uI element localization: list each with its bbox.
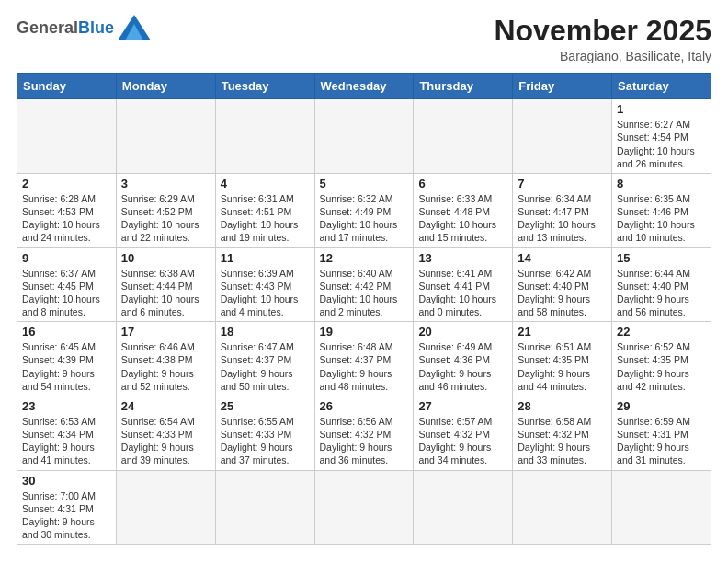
header-day-saturday: Saturday — [612, 74, 711, 99]
day-number: 8 — [617, 177, 706, 190]
day-cell: 14Sunrise: 6:42 AM Sunset: 4:40 PM Dayli… — [513, 247, 612, 322]
day-cell: 10Sunrise: 6:38 AM Sunset: 4:44 PM Dayli… — [116, 247, 215, 322]
day-cell — [513, 99, 612, 174]
day-cell: 3Sunrise: 6:29 AM Sunset: 4:52 PM Daylig… — [116, 173, 215, 247]
day-info: Sunrise: 7:00 AM Sunset: 4:31 PM Dayligh… — [22, 489, 111, 542]
day-info: Sunrise: 6:45 AM Sunset: 4:39 PM Dayligh… — [22, 340, 111, 393]
header-day-monday: Monday — [116, 74, 215, 99]
header-day-thursday: Thursday — [414, 74, 513, 99]
day-info: Sunrise: 6:39 AM Sunset: 4:43 PM Dayligh… — [221, 267, 310, 319]
day-info: Sunrise: 6:49 AM Sunset: 4:36 PM Dayligh… — [418, 340, 507, 393]
day-info: Sunrise: 6:47 AM Sunset: 4:37 PM Dayligh… — [221, 340, 310, 393]
day-number: 1 — [617, 102, 706, 116]
title-area: November 2025 Baragiano, Basilicate, Ita… — [494, 15, 711, 63]
logo-text: GeneralBlue — [17, 19, 114, 36]
day-number: 9 — [22, 251, 111, 265]
day-info: Sunrise: 6:31 AM Sunset: 4:51 PM Dayligh… — [221, 192, 310, 245]
day-cell — [414, 470, 513, 545]
day-cell: 19Sunrise: 6:48 AM Sunset: 4:37 PM Dayli… — [314, 322, 414, 396]
day-info: Sunrise: 6:37 AM Sunset: 4:45 PM Dayligh… — [22, 267, 111, 319]
day-number: 15 — [617, 251, 706, 265]
week-row-2: 2Sunrise: 6:28 AM Sunset: 4:53 PM Daylig… — [17, 173, 711, 247]
day-number: 10 — [121, 251, 210, 265]
day-cell — [612, 470, 711, 545]
month-title: November 2025 — [494, 15, 711, 47]
day-cell: 2Sunrise: 6:28 AM Sunset: 4:53 PM Daylig… — [17, 173, 117, 247]
day-cell: 1Sunrise: 6:27 AM Sunset: 4:54 PM Daylig… — [612, 99, 711, 174]
location-title: Baragiano, Basilicate, Italy — [494, 49, 711, 63]
day-cell: 7Sunrise: 6:34 AM Sunset: 4:47 PM Daylig… — [513, 173, 612, 247]
header-row: SundayMondayTuesdayWednesdayThursdayFrid… — [17, 74, 711, 99]
day-cell: 4Sunrise: 6:31 AM Sunset: 4:51 PM Daylig… — [215, 173, 314, 247]
day-info: Sunrise: 6:58 AM Sunset: 4:32 PM Dayligh… — [518, 415, 607, 467]
logo-blue: Blue — [78, 18, 114, 37]
day-number: 30 — [22, 474, 111, 488]
header-day-friday: Friday — [513, 74, 612, 99]
day-info: Sunrise: 6:56 AM Sunset: 4:32 PM Dayligh… — [320, 415, 409, 467]
day-number: 21 — [518, 325, 607, 339]
day-cell: 9Sunrise: 6:37 AM Sunset: 4:45 PM Daylig… — [17, 247, 117, 322]
day-cell: 25Sunrise: 6:55 AM Sunset: 4:33 PM Dayli… — [215, 396, 314, 470]
day-number: 27 — [418, 399, 507, 413]
day-cell: 5Sunrise: 6:32 AM Sunset: 4:49 PM Daylig… — [314, 173, 414, 247]
day-number: 7 — [518, 177, 607, 190]
day-info: Sunrise: 6:40 AM Sunset: 4:42 PM Dayligh… — [320, 267, 409, 319]
header-day-wednesday: Wednesday — [314, 74, 414, 99]
day-cell — [215, 99, 314, 174]
day-info: Sunrise: 6:34 AM Sunset: 4:47 PM Dayligh… — [518, 192, 607, 245]
day-info: Sunrise: 6:42 AM Sunset: 4:40 PM Dayligh… — [518, 267, 607, 319]
day-cell: 13Sunrise: 6:41 AM Sunset: 4:41 PM Dayli… — [414, 247, 513, 322]
week-row-5: 23Sunrise: 6:53 AM Sunset: 4:34 PM Dayli… — [17, 396, 711, 470]
day-number: 5 — [320, 177, 409, 190]
calendar-table: SundayMondayTuesdayWednesdayThursdayFrid… — [17, 73, 711, 545]
day-info: Sunrise: 6:46 AM Sunset: 4:38 PM Dayligh… — [121, 340, 210, 393]
day-cell: 17Sunrise: 6:46 AM Sunset: 4:38 PM Dayli… — [116, 322, 215, 396]
logo-icon — [118, 15, 151, 40]
day-cell — [17, 99, 117, 174]
day-info: Sunrise: 6:55 AM Sunset: 4:33 PM Dayligh… — [221, 415, 310, 467]
day-info: Sunrise: 6:27 AM Sunset: 4:54 PM Dayligh… — [617, 118, 706, 170]
day-number: 20 — [418, 325, 507, 339]
page: GeneralBlue November 2025 Baragiano, Bas… — [0, 0, 728, 559]
day-info: Sunrise: 6:59 AM Sunset: 4:31 PM Dayligh… — [617, 415, 706, 467]
day-cell: 28Sunrise: 6:58 AM Sunset: 4:32 PM Dayli… — [513, 396, 612, 470]
day-number: 19 — [320, 325, 409, 339]
day-number: 11 — [221, 251, 310, 265]
day-cell: 15Sunrise: 6:44 AM Sunset: 4:40 PM Dayli… — [612, 247, 711, 322]
day-number: 24 — [121, 399, 210, 413]
day-cell — [314, 99, 414, 174]
day-cell — [513, 470, 612, 545]
header-day-sunday: Sunday — [17, 74, 117, 99]
day-info: Sunrise: 6:44 AM Sunset: 4:40 PM Dayligh… — [617, 267, 706, 319]
day-info: Sunrise: 6:28 AM Sunset: 4:53 PM Dayligh… — [22, 192, 111, 245]
day-number: 17 — [121, 325, 210, 339]
day-info: Sunrise: 6:54 AM Sunset: 4:33 PM Dayligh… — [121, 415, 210, 467]
week-row-4: 16Sunrise: 6:45 AM Sunset: 4:39 PM Dayli… — [17, 322, 711, 396]
day-number: 25 — [221, 399, 310, 413]
day-number: 13 — [418, 251, 507, 265]
day-number: 14 — [518, 251, 607, 265]
day-cell — [116, 470, 215, 545]
day-cell: 30Sunrise: 7:00 AM Sunset: 4:31 PM Dayli… — [17, 470, 117, 545]
day-number: 23 — [22, 399, 111, 413]
day-info: Sunrise: 6:41 AM Sunset: 4:41 PM Dayligh… — [418, 267, 507, 319]
day-number: 22 — [617, 325, 706, 339]
day-number: 2 — [22, 177, 111, 190]
week-row-1: 1Sunrise: 6:27 AM Sunset: 4:54 PM Daylig… — [17, 99, 711, 174]
logo: GeneralBlue — [17, 15, 151, 40]
day-number: 16 — [22, 325, 111, 339]
day-cell — [116, 99, 215, 174]
day-info: Sunrise: 6:35 AM Sunset: 4:46 PM Dayligh… — [617, 192, 706, 245]
day-cell: 8Sunrise: 6:35 AM Sunset: 4:46 PM Daylig… — [612, 173, 711, 247]
day-number: 18 — [221, 325, 310, 339]
day-cell: 26Sunrise: 6:56 AM Sunset: 4:32 PM Dayli… — [314, 396, 414, 470]
day-cell: 29Sunrise: 6:59 AM Sunset: 4:31 PM Dayli… — [612, 396, 711, 470]
day-cell: 11Sunrise: 6:39 AM Sunset: 4:43 PM Dayli… — [215, 247, 314, 322]
day-cell: 18Sunrise: 6:47 AM Sunset: 4:37 PM Dayli… — [215, 322, 314, 396]
day-cell: 21Sunrise: 6:51 AM Sunset: 4:35 PM Dayli… — [513, 322, 612, 396]
day-info: Sunrise: 6:38 AM Sunset: 4:44 PM Dayligh… — [121, 267, 210, 319]
day-info: Sunrise: 6:29 AM Sunset: 4:52 PM Dayligh… — [121, 192, 210, 245]
day-number: 26 — [320, 399, 409, 413]
day-info: Sunrise: 6:53 AM Sunset: 4:34 PM Dayligh… — [22, 415, 111, 467]
day-cell: 20Sunrise: 6:49 AM Sunset: 4:36 PM Dayli… — [414, 322, 513, 396]
